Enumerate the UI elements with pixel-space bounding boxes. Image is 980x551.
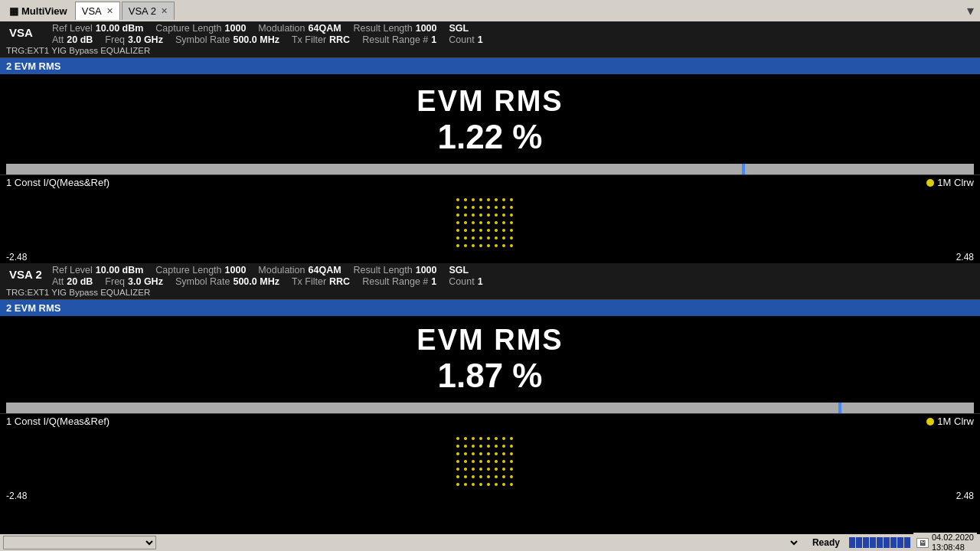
vsa1-att-value: 20 dB bbox=[67, 34, 93, 45]
vsa2-evm-value: 1.87 % bbox=[0, 357, 980, 395]
vsa2-sr-label: Symbol Rate bbox=[175, 276, 230, 287]
svg-point-88 bbox=[456, 460, 459, 463]
vsa2-scale-row: -2.48 2.48 bbox=[0, 490, 980, 502]
title-bar-dropdown[interactable]: ▾ bbox=[967, 2, 977, 19]
svg-point-68 bbox=[487, 437, 490, 440]
status-dropdown[interactable] bbox=[3, 536, 156, 549]
svg-point-72 bbox=[456, 445, 459, 448]
svg-point-78 bbox=[502, 445, 505, 448]
vsa2-resultlength: Result Length 1000 bbox=[354, 265, 437, 276]
svg-point-13 bbox=[495, 206, 498, 209]
svg-point-29 bbox=[495, 221, 498, 224]
vsa1-capture-value: 1000 bbox=[225, 23, 247, 34]
svg-point-47 bbox=[510, 236, 513, 240]
vsa2-scale-min: -2.48 bbox=[6, 491, 27, 501]
svg-point-23 bbox=[510, 214, 513, 217]
vsa1-progress-marker bbox=[742, 164, 745, 174]
svg-point-115 bbox=[479, 483, 482, 486]
svg-point-10 bbox=[472, 206, 475, 209]
vsa1-count-value: 1 bbox=[478, 34, 483, 45]
svg-point-92 bbox=[487, 460, 490, 463]
svg-point-16 bbox=[456, 214, 459, 217]
svg-point-37 bbox=[495, 229, 498, 232]
svg-point-108 bbox=[487, 475, 490, 478]
tab-vsa[interactable]: VSA ✕ bbox=[75, 2, 120, 20]
vsa1-reflevel-label: Ref Level bbox=[52, 23, 93, 34]
svg-point-95 bbox=[510, 460, 513, 463]
vsa1-count: Count 1 bbox=[449, 34, 482, 45]
svg-point-71 bbox=[510, 437, 513, 440]
svg-point-90 bbox=[472, 460, 475, 463]
svg-point-44 bbox=[487, 236, 490, 240]
svg-point-64 bbox=[456, 437, 459, 440]
svg-point-94 bbox=[502, 460, 505, 463]
svg-point-116 bbox=[487, 483, 490, 486]
tab-vsa2-close[interactable]: ✕ bbox=[161, 6, 168, 16]
svg-point-86 bbox=[502, 452, 505, 455]
vsa1-progress-bar bbox=[6, 164, 974, 174]
svg-point-22 bbox=[502, 214, 505, 217]
svg-point-14 bbox=[502, 206, 505, 209]
tab-vsa-close[interactable]: ✕ bbox=[106, 6, 113, 16]
svg-point-79 bbox=[510, 445, 513, 448]
vsa2-tf-label: Tx Filter bbox=[292, 276, 326, 287]
svg-point-52 bbox=[487, 244, 490, 247]
svg-point-82 bbox=[472, 452, 475, 455]
vsa1-evm-title: EVM RMS bbox=[0, 85, 980, 118]
svg-point-53 bbox=[495, 244, 498, 247]
svg-point-118 bbox=[502, 483, 505, 486]
tab-vsa-label: VSA bbox=[82, 5, 102, 17]
vsa2-reflevel: Ref Level 10.00 dBm bbox=[52, 265, 143, 276]
svg-point-109 bbox=[495, 475, 498, 478]
vsa2-freq-value: 3.0 GHz bbox=[128, 276, 163, 287]
svg-point-3 bbox=[479, 198, 482, 201]
svg-point-43 bbox=[479, 236, 482, 240]
vsa2-att-value: 20 dB bbox=[67, 276, 93, 287]
vsa1-att: Att 20 dB bbox=[52, 34, 93, 45]
vsa2-capture-label: Capture Length bbox=[155, 265, 221, 276]
vsa1-const-right: 1M Clrw bbox=[926, 177, 974, 188]
vsa1-sr-value: 500.0 MHz bbox=[233, 34, 279, 45]
svg-point-49 bbox=[464, 244, 467, 247]
app-title: ▦ MultiView bbox=[3, 2, 74, 20]
svg-point-33 bbox=[464, 229, 467, 232]
svg-point-103 bbox=[510, 468, 513, 471]
svg-point-1 bbox=[464, 198, 467, 201]
vsa1-reflevel: Ref Level 10.00 dBm bbox=[52, 23, 143, 34]
svg-point-84 bbox=[487, 452, 490, 455]
vsa1-rl-value: 1000 bbox=[416, 23, 437, 34]
status-datetime: 🖥 04.02.2020 13:08:48 bbox=[913, 533, 977, 551]
svg-point-40 bbox=[456, 236, 459, 240]
svg-point-19 bbox=[479, 214, 482, 217]
svg-point-75 bbox=[479, 445, 482, 448]
vsa1-clrw: 1M Clrw bbox=[937, 177, 974, 188]
svg-point-91 bbox=[479, 460, 482, 463]
svg-point-110 bbox=[502, 475, 505, 478]
vsa2-progress-bar bbox=[6, 403, 974, 413]
svg-point-39 bbox=[510, 229, 513, 232]
vsa2-panel: VSA 2 Ref Level 10.00 dBm Capture Length… bbox=[0, 263, 980, 300]
vsa2-const-label: 1 Const I/Q(Meas&Ref) bbox=[6, 416, 109, 427]
vsa1-panel: VSA Ref Level 10.00 dBm Capture Length 1… bbox=[0, 21, 980, 58]
tab-vsa2[interactable]: VSA 2 ✕ bbox=[122, 2, 175, 20]
vsa1-symbolrate: Symbol Rate 500.0 MHz bbox=[175, 34, 279, 45]
svg-point-96 bbox=[456, 468, 459, 471]
bar-9 bbox=[904, 537, 910, 548]
status-center-dropdown[interactable] bbox=[162, 536, 800, 549]
vsa1-capture: Capture Length 1000 bbox=[155, 23, 246, 34]
vsa2-constellation bbox=[0, 429, 980, 490]
vsa2-mod-label: Modulation bbox=[258, 265, 305, 276]
vsa2-reflevel-label: Ref Level bbox=[52, 265, 93, 276]
vsa2-constellation-svg bbox=[444, 431, 536, 488]
vsa2-evm-display: EVM RMS 1.87 % bbox=[0, 316, 980, 398]
svg-point-28 bbox=[487, 221, 490, 224]
vsa2-capture: Capture Length 1000 bbox=[155, 265, 246, 276]
vsa2-params-row2: Att 20 dB Freq 3.0 GHz Symbol Rate 500.0… bbox=[52, 276, 974, 287]
title-bar: ▦ MultiView VSA ✕ VSA 2 ✕ ▾ bbox=[0, 0, 980, 21]
bar-6 bbox=[884, 537, 890, 548]
vsa2-rl-label: Result Length bbox=[354, 265, 413, 276]
vsa2-sgl-label: SGL bbox=[449, 265, 469, 276]
svg-point-100 bbox=[487, 468, 490, 471]
bar-2 bbox=[856, 537, 862, 548]
vsa1-sgl: SGL bbox=[449, 23, 469, 34]
